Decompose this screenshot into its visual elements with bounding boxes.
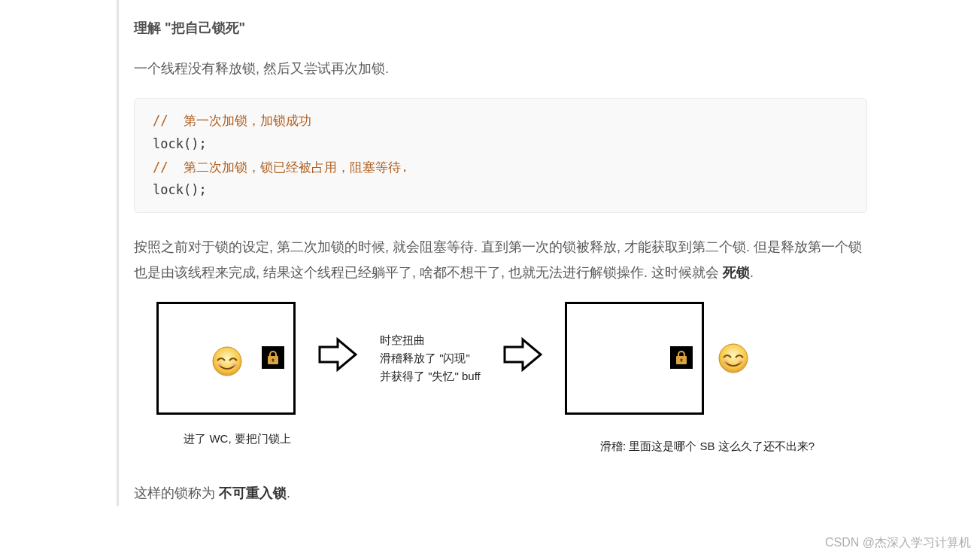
text-line: 并获得了 "失忆" buff [380,367,481,385]
svg-point-1 [217,364,222,367]
text-span: 这样的锁称为 [134,485,219,501]
term-nonreentrant: 不可重入锁 [219,485,287,501]
watermark-text: CSDN @杰深入学习计算机 [825,531,971,554]
svg-rect-5 [272,360,273,362]
svg-point-10 [724,361,728,364]
code-line: lock(); [153,178,848,202]
svg-point-9 [719,344,748,373]
wc-box-before [156,302,296,415]
svg-point-0 [213,347,241,376]
wc-box-after [565,302,704,415]
section-heading: 理解 "把自己锁死" [134,15,867,41]
svg-point-2 [232,364,237,367]
caption-row: 进了 WC, 要把门锁上 滑稽: 里面这是哪个 SB 这么久了还不出来? [156,422,867,458]
text-span: . [750,265,754,280]
intro-paragraph: 一个线程没有释放锁, 然后又尝试再次加锁. [134,56,867,81]
caption-right: 滑稽: 里面这是哪个 SB 这么久了还不出来? [600,422,815,458]
svg-point-11 [739,361,743,364]
explanation-paragraph: 按照之前对于锁的设定, 第二次加锁的时候, 就会阻塞等待. 直到第一次的锁被释放… [134,234,867,285]
term-deadlock: 死锁 [723,265,750,280]
code-line: lock(); [153,132,848,156]
smile-face-icon [211,345,243,377]
svg-rect-8 [681,360,681,362]
conclusion-paragraph: 这样的锁称为 不可重入锁. [134,480,867,506]
text-line: 时空扭曲 [380,331,481,349]
code-block: // 第一次加锁，加锁成功 lock(); // 第二次加锁，锁已经被占用，阻塞… [134,98,867,212]
text-line: 滑稽释放了 "闪现" [380,349,481,367]
lock-icon [670,346,693,369]
code-comment: // 第二次加锁，锁已经被占用，阻塞等待. [153,156,848,179]
caption-left: 进了 WC, 要把门锁上 [156,422,318,458]
text-span: . [287,485,290,501]
transition-text: 时空扭曲 滑稽释放了 "闪现" 并获得了 "失忆" buff [380,331,481,385]
smile-face-icon [718,342,749,374]
illustration-row: 时空扭曲 滑稽释放了 "闪现" 并获得了 "失忆" buff [156,302,867,415]
arrow-icon [318,336,357,380]
article-body: 理解 "把自己锁死" 一个线程没有释放锁, 然后又尝试再次加锁. // 第一次加… [117,0,980,506]
code-comment: // 第一次加锁，加锁成功 [153,109,848,132]
arrow-icon [503,336,542,380]
lock-icon [262,346,284,369]
